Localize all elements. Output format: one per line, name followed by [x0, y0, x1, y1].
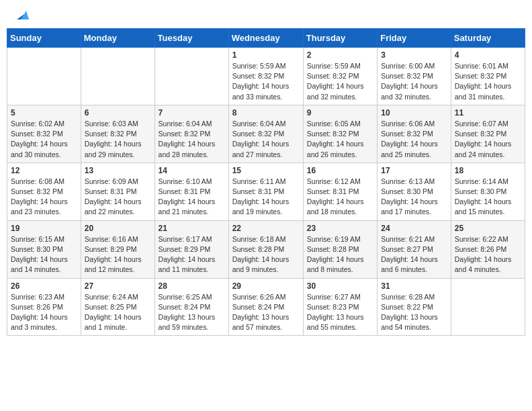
calendar-header-row: SundayMondayTuesdayWednesdayThursdayFrid…: [7, 29, 525, 48]
calendar-day-number: 29: [232, 281, 300, 291]
calendar-cell-content: Sunrise: 6:11 AMSunset: 8:31 PMDaylight:…: [232, 177, 300, 218]
calendar-cell: 12Sunrise: 6:08 AMSunset: 8:32 PMDayligh…: [7, 163, 81, 220]
calendar-cell-content: Sunrise: 6:01 AMSunset: 8:32 PMDaylight:…: [455, 61, 521, 102]
calendar-cell-content: Sunrise: 6:21 AMSunset: 8:27 PMDaylight:…: [381, 234, 447, 275]
calendar-cell: [7, 48, 81, 105]
calendar-cell: 6Sunrise: 6:03 AMSunset: 8:32 PMDaylight…: [81, 105, 154, 163]
calendar-cell: 13Sunrise: 6:09 AMSunset: 8:31 PMDayligh…: [81, 163, 154, 220]
calendar-week-row: 1Sunrise: 5:59 AMSunset: 8:32 PMDaylight…: [7, 48, 525, 105]
calendar-cell-content: Sunrise: 5:59 AMSunset: 8:32 PMDaylight:…: [307, 61, 373, 102]
calendar-cell: [81, 48, 154, 105]
calendar-cell: 18Sunrise: 6:14 AMSunset: 8:30 PMDayligh…: [451, 163, 525, 220]
calendar-cell-content: Sunrise: 6:13 AMSunset: 8:30 PMDaylight:…: [381, 177, 447, 218]
calendar-day-header: Thursday: [303, 29, 377, 48]
calendar-cell: 21Sunrise: 6:17 AMSunset: 8:29 PMDayligh…: [154, 220, 228, 278]
calendar-cell: 23Sunrise: 6:19 AMSunset: 8:28 PMDayligh…: [303, 220, 377, 278]
calendar-cell-content: Sunrise: 6:15 AMSunset: 8:30 PMDaylight:…: [11, 234, 77, 275]
calendar-day-number: 8: [232, 108, 300, 118]
calendar-day-number: 18: [455, 166, 521, 175]
calendar-day-number: 25: [455, 224, 521, 233]
calendar-cell-content: Sunrise: 6:02 AMSunset: 8:32 PMDaylight:…: [11, 119, 77, 160]
calendar-cell-content: Sunrise: 6:18 AMSunset: 8:28 PMDaylight:…: [232, 234, 300, 275]
calendar-day-number: 24: [381, 224, 447, 233]
calendar-day-header: Wednesday: [228, 29, 303, 48]
calendar-cell: 31Sunrise: 6:28 AMSunset: 8:22 PMDayligh…: [378, 278, 451, 336]
calendar-day-number: 20: [85, 224, 151, 233]
calendar-day-header: Tuesday: [154, 29, 228, 48]
calendar-cell-content: Sunrise: 6:00 AMSunset: 8:32 PMDaylight:…: [381, 61, 447, 102]
calendar-week-row: 12Sunrise: 6:08 AMSunset: 8:32 PMDayligh…: [7, 163, 525, 220]
calendar-cell-content: Sunrise: 6:04 AMSunset: 8:32 PMDaylight:…: [159, 119, 225, 160]
calendar-day-header: Monday: [81, 29, 154, 48]
calendar-cell: 5Sunrise: 6:02 AMSunset: 8:32 PMDaylight…: [7, 105, 81, 163]
calendar-cell: 7Sunrise: 6:04 AMSunset: 8:32 PMDaylight…: [154, 105, 228, 163]
calendar-cell: 20Sunrise: 6:16 AMSunset: 8:29 PMDayligh…: [81, 220, 154, 278]
calendar-day-number: 27: [85, 281, 151, 291]
calendar-cell-content: Sunrise: 6:10 AMSunset: 8:31 PMDaylight:…: [159, 177, 225, 218]
calendar-day-number: 21: [159, 224, 225, 233]
calendar-cell-content: Sunrise: 6:17 AMSunset: 8:29 PMDaylight:…: [159, 234, 225, 275]
calendar-day-number: 28: [159, 281, 225, 291]
calendar-cell-content: Sunrise: 6:24 AMSunset: 8:25 PMDaylight:…: [85, 292, 151, 333]
calendar-cell: 28Sunrise: 6:25 AMSunset: 8:24 PMDayligh…: [154, 278, 228, 336]
calendar-day-number: 19: [11, 224, 77, 233]
calendar-day-header: Sunday: [7, 29, 81, 48]
calendar-cell: 15Sunrise: 6:11 AMSunset: 8:31 PMDayligh…: [228, 163, 303, 220]
calendar-cell-content: Sunrise: 6:28 AMSunset: 8:22 PMDaylight:…: [381, 292, 447, 333]
calendar-cell: 29Sunrise: 6:26 AMSunset: 8:24 PMDayligh…: [228, 278, 303, 336]
calendar-cell: 2Sunrise: 5:59 AMSunset: 8:32 PMDaylight…: [303, 48, 377, 105]
calendar-day-number: 7: [159, 108, 225, 118]
calendar-day-number: 15: [232, 166, 300, 175]
calendar-day-number: 9: [307, 108, 373, 118]
calendar-table: SundayMondayTuesdayWednesdayThursdayFrid…: [7, 28, 525, 336]
calendar-day-number: 31: [381, 281, 447, 291]
calendar-cell: 8Sunrise: 6:04 AMSunset: 8:32 PMDaylight…: [228, 105, 303, 163]
calendar-week-row: 19Sunrise: 6:15 AMSunset: 8:30 PMDayligh…: [7, 220, 525, 278]
calendar-day-header: Saturday: [451, 29, 525, 48]
svg-marker-1: [21, 11, 29, 19]
calendar-day-number: 30: [307, 281, 373, 291]
logo: [13, 10, 29, 18]
logo-icon: [14, 7, 29, 22]
calendar-cell: 26Sunrise: 6:23 AMSunset: 8:26 PMDayligh…: [7, 278, 81, 336]
calendar-cell: 11Sunrise: 6:07 AMSunset: 8:32 PMDayligh…: [451, 105, 525, 163]
calendar-cell-content: Sunrise: 6:27 AMSunset: 8:23 PMDaylight:…: [307, 292, 373, 333]
calendar-day-number: 2: [307, 50, 373, 60]
calendar-week-row: 5Sunrise: 6:02 AMSunset: 8:32 PMDaylight…: [7, 105, 525, 163]
calendar-cell-content: Sunrise: 6:03 AMSunset: 8:32 PMDaylight:…: [85, 119, 151, 160]
calendar-cell-content: Sunrise: 6:04 AMSunset: 8:32 PMDaylight:…: [232, 119, 300, 160]
calendar-cell: 17Sunrise: 6:13 AMSunset: 8:30 PMDayligh…: [378, 163, 451, 220]
calendar-cell: 27Sunrise: 6:24 AMSunset: 8:25 PMDayligh…: [81, 278, 154, 336]
calendar-cell: 3Sunrise: 6:00 AMSunset: 8:32 PMDaylight…: [378, 48, 451, 105]
calendar-cell-content: Sunrise: 6:09 AMSunset: 8:31 PMDaylight:…: [85, 177, 151, 218]
calendar-day-header: Friday: [378, 29, 451, 48]
calendar-day-number: 14: [159, 166, 225, 175]
calendar-cell: 10Sunrise: 6:06 AMSunset: 8:32 PMDayligh…: [378, 105, 451, 163]
calendar-cell-content: Sunrise: 6:19 AMSunset: 8:28 PMDaylight:…: [307, 234, 373, 275]
calendar-cell: 30Sunrise: 6:27 AMSunset: 8:23 PMDayligh…: [303, 278, 377, 336]
calendar-day-number: 26: [11, 281, 77, 291]
calendar-cell-content: Sunrise: 6:26 AMSunset: 8:24 PMDaylight:…: [232, 292, 300, 333]
calendar-day-number: 5: [11, 108, 77, 118]
calendar-cell-content: Sunrise: 6:06 AMSunset: 8:32 PMDaylight:…: [381, 119, 447, 160]
calendar-cell: [451, 278, 525, 336]
calendar-cell: [154, 48, 228, 105]
calendar-cell: 24Sunrise: 6:21 AMSunset: 8:27 PMDayligh…: [378, 220, 451, 278]
calendar-cell-content: Sunrise: 6:22 AMSunset: 8:26 PMDaylight:…: [455, 234, 521, 275]
calendar-cell-content: Sunrise: 6:05 AMSunset: 8:32 PMDaylight:…: [307, 119, 373, 160]
calendar-cell-content: Sunrise: 6:12 AMSunset: 8:31 PMDaylight:…: [307, 177, 373, 218]
page-header: [7, 7, 525, 21]
calendar-day-number: 3: [381, 50, 447, 60]
calendar-day-number: 11: [455, 108, 521, 118]
calendar-cell-content: Sunrise: 6:16 AMSunset: 8:29 PMDaylight:…: [85, 234, 151, 275]
calendar-day-number: 16: [307, 166, 373, 175]
calendar-day-number: 23: [307, 224, 373, 233]
calendar-day-number: 4: [455, 50, 521, 60]
calendar-cell: 16Sunrise: 6:12 AMSunset: 8:31 PMDayligh…: [303, 163, 377, 220]
calendar-cell: 14Sunrise: 6:10 AMSunset: 8:31 PMDayligh…: [154, 163, 228, 220]
calendar-cell-content: Sunrise: 6:23 AMSunset: 8:26 PMDaylight:…: [11, 292, 77, 333]
calendar-cell: 25Sunrise: 6:22 AMSunset: 8:26 PMDayligh…: [451, 220, 525, 278]
calendar-day-number: 22: [232, 224, 300, 233]
calendar-cell: 4Sunrise: 6:01 AMSunset: 8:32 PMDaylight…: [451, 48, 525, 105]
calendar-cell-content: Sunrise: 6:14 AMSunset: 8:30 PMDaylight:…: [455, 177, 521, 218]
